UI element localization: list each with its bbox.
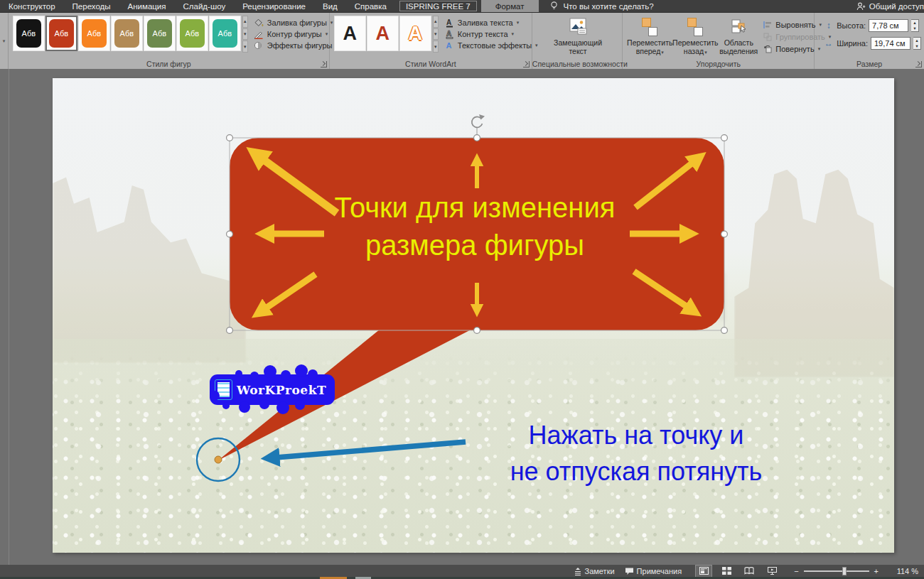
wordart-dialog-launcher[interactable] <box>523 61 530 67</box>
bring-forward-button[interactable]: Переместить вперед▾ <box>627 16 672 58</box>
handle-left[interactable] <box>227 231 233 237</box>
shape-effects-button[interactable]: Эффекты фигуры▾ <box>254 40 338 51</box>
selection-pane-button[interactable]: Область выделения <box>718 16 759 58</box>
handle-top-left[interactable] <box>227 135 233 141</box>
rotate-icon <box>762 44 773 54</box>
zoom-in-button[interactable]: + <box>874 567 879 575</box>
shape-styles-dialog-launcher[interactable] <box>321 61 327 67</box>
gallery-scroll-up[interactable]: ▲ <box>242 16 248 28</box>
shape-style-black[interactable]: Абв <box>13 16 45 51</box>
workspace: Точки для изменения размера фигуры Нажат… <box>0 69 924 565</box>
text-outline-icon: A <box>444 29 455 39</box>
text-effects-button[interactable]: A Текстовые эффекты▾ <box>444 40 538 51</box>
group-wordart-styles: А А А ▲ ▼ ▼ A Заливка текста▾ A Контур т… <box>330 13 532 69</box>
dropdown-arrow: ▾ <box>704 50 707 55</box>
alt-text-icon <box>567 18 589 36</box>
shape-style-teal[interactable]: Абв <box>209 16 241 51</box>
shape-style-olive[interactable]: Абв <box>144 16 176 51</box>
alt-text-button[interactable]: Замещающий текст <box>545 16 611 58</box>
shape-outline-button[interactable]: Контур фигуры▾ <box>254 28 338 40</box>
width-input[interactable] <box>871 37 910 50</box>
shape-style-orange[interactable]: Абв <box>78 16 110 51</box>
tab-slideshow[interactable]: Слайд-шоу <box>175 0 235 12</box>
width-spin-down[interactable]: ▼ <box>913 43 920 49</box>
handle-top-right[interactable] <box>721 135 728 141</box>
size-dialog-launcher[interactable] <box>915 61 922 67</box>
comments-toggle[interactable]: Примечания <box>625 567 682 575</box>
tell-me-search[interactable]: Что вы хотите сделать? <box>550 0 654 12</box>
wordart-style-black[interactable]: А <box>334 16 366 51</box>
rotate-handle[interactable] <box>472 114 485 135</box>
tab-animations[interactable]: Анимация <box>119 0 175 12</box>
handle-top[interactable] <box>474 135 480 141</box>
clipped-group-edge: ▾ <box>0 13 9 69</box>
height-input[interactable] <box>869 19 908 32</box>
shape-style-gallery: Абв Абв Абв Абв Абв Абв Абв <box>13 16 241 53</box>
handle-right[interactable] <box>721 231 728 237</box>
shape-effects-icon <box>254 40 264 50</box>
pane-divider[interactable] <box>9 69 9 565</box>
person-plus-icon <box>856 2 866 11</box>
logo-text: WorKProekT <box>237 383 326 397</box>
tab-review[interactable]: Рецензирование <box>234 0 314 12</box>
gallery-scroll-down[interactable]: ▼ <box>242 28 248 40</box>
zoom-control: − + <box>794 567 879 575</box>
share-button[interactable]: Общий доступ <box>856 0 924 12</box>
zoom-level[interactable]: 114 % <box>888 567 918 575</box>
workproekt-logo[interactable]: WorKProekT <box>210 374 335 405</box>
shape-style-tan[interactable]: Абв <box>111 16 143 51</box>
tab-help[interactable]: Справка <box>346 0 395 12</box>
wordart-more-button[interactable]: ▼ <box>433 40 439 53</box>
text-outline-button[interactable]: A Контур текста▾ <box>444 28 538 40</box>
slide-sorter-view-button[interactable] <box>719 566 734 577</box>
tab-view[interactable]: Вид <box>314 0 346 12</box>
gallery-more-button[interactable]: ▼ <box>242 40 248 53</box>
callout-text[interactable]: Точки для изменения размера фигуры <box>262 189 688 264</box>
notes-toggle[interactable]: Заметки <box>574 567 615 575</box>
adjustment-point[interactable] <box>215 456 222 463</box>
wordart-scroll-up[interactable]: ▲ <box>433 16 439 28</box>
zoom-slider[interactable] <box>804 570 869 572</box>
dropdown-arrow: ▾ <box>326 31 328 37</box>
shape-style-red-selected[interactable]: Абв <box>45 16 77 51</box>
comment-icon <box>625 567 634 575</box>
text-effects-icon: A <box>444 40 455 50</box>
slideshow-view-button[interactable] <box>764 566 780 577</box>
group-shape-styles: Абв Абв Абв Абв Абв Абв Абв ▲ ▼ ▼ Заливк… <box>9 13 330 69</box>
text-fill-button[interactable]: A Заливка текста▾ <box>444 17 538 28</box>
svg-text:A: A <box>446 41 451 50</box>
tab-ispring[interactable]: ISPRING FREE 7 <box>399 1 477 11</box>
svg-text:A: A <box>446 18 451 26</box>
shape-fill-button[interactable]: Заливка фигуры▾ <box>254 17 338 28</box>
tab-design[interactable]: Конструктор <box>0 0 64 12</box>
document-icon <box>215 379 232 400</box>
group-accessibility: Замещающий текст Специальные возможности <box>532 13 623 69</box>
dropdown-arrow: ▾ <box>661 50 664 55</box>
handle-bottom-right[interactable] <box>721 328 728 334</box>
send-backward-button[interactable]: Переместить назад▾ <box>672 16 718 58</box>
tab-transitions[interactable]: Переходы <box>64 0 119 12</box>
height-spin-down[interactable]: ▼ <box>911 26 918 31</box>
width-icon: ↔ <box>823 38 834 48</box>
handle-bottom[interactable] <box>474 328 480 334</box>
title-bar: Конструктор Переходы Анимация Слайд-шоу … <box>0 0 924 13</box>
handle-bottom-left[interactable] <box>227 328 233 334</box>
zoom-slider-thumb[interactable] <box>842 567 847 575</box>
width-label: Ширина: <box>837 39 868 48</box>
zoom-out-button[interactable]: − <box>794 567 798 575</box>
pointer-arrow[interactable] <box>267 442 466 458</box>
reading-view-button[interactable] <box>741 566 757 577</box>
wordart-gallery: А А А <box>334 16 431 53</box>
normal-view-button[interactable] <box>696 566 711 577</box>
width-spin-up[interactable]: ▲ <box>913 38 920 43</box>
hint-text[interactable]: Нажать на точку и не отпуская потянуть <box>455 417 817 489</box>
height-spin-up[interactable]: ▲ <box>911 20 918 26</box>
tab-format-active[interactable]: Формат <box>481 0 539 12</box>
selection-pane-icon <box>730 18 747 36</box>
wordart-scroll-down[interactable]: ▼ <box>433 28 439 40</box>
slide-canvas[interactable]: Точки для изменения размера фигуры Нажат… <box>53 78 894 553</box>
wordart-style-orange-outline[interactable]: А <box>399 16 431 51</box>
shape-style-green[interactable]: Абв <box>176 16 208 51</box>
wordart-style-red[interactable]: А <box>367 16 399 51</box>
view-switcher <box>696 566 780 577</box>
